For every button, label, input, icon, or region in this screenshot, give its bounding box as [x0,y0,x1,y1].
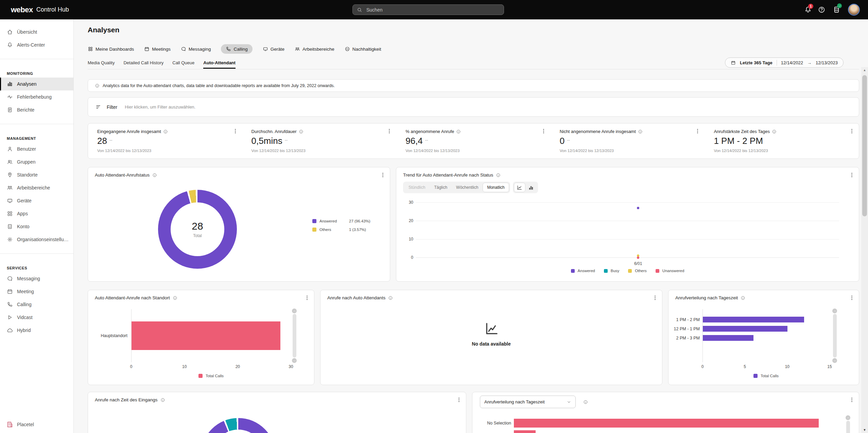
kpi-value: 28-- [97,136,237,146]
x-tick-label: 6/01 [634,261,642,266]
legend-swatch [571,269,575,273]
legend: Total Calls [131,374,291,378]
sidebar-item-fehlerbehebung[interactable]: Fehlerbehebung [0,90,73,103]
pulse-icon [7,94,13,100]
subtab-call-queue[interactable]: Call Queue [172,60,194,69]
sidebar-item-messaging[interactable]: Messaging [0,272,73,285]
sidebar-item-bersicht[interactable]: Übersicht [0,26,73,38]
tab-nachhaltigkeit[interactable]: Nachhaltigkeit [345,44,381,54]
filter-icon [96,104,101,110]
scrollbar-up-arrow[interactable]: ▲ [861,68,868,72]
kebab-menu-icon[interactable] [695,128,700,134]
sidebar-item-konto[interactable]: Konto [0,220,73,233]
global-search[interactable] [352,4,504,15]
notifications-button[interactable]: 1 [804,6,812,14]
info-icon[interactable] [152,173,157,178]
location-icon [7,172,13,178]
category-label: Hauptstandort [93,333,127,338]
scroll-down-icon[interactable] [832,358,837,363]
kpi-value: 96,4-- [405,136,545,146]
sidebar-item-calling[interactable]: Calling [0,298,73,311]
kebab-menu-icon[interactable] [652,295,658,301]
tab-messaging[interactable]: Messaging [181,44,211,54]
kebab-menu-icon[interactable] [380,172,386,178]
sidebar-item-placetel[interactable]: Placetel [6,421,34,428]
subtab-auto-attendant[interactable]: Auto-Attendant [203,60,236,69]
sidebar-item-benutzer[interactable]: Benutzer [0,143,73,155]
whats-new-button[interactable] [833,6,840,14]
donut-total-value: 28 [192,220,203,232]
kebab-menu-icon[interactable] [541,128,546,134]
kpi-card: Durchschn. Anrufdauer 0,5mins-- Von 12/1… [242,123,397,159]
page-scrollbar: ▲ ▼ [861,67,868,433]
axis-labels: 1 PM - 2 PM12 PM - 1 PM2 PM - 3 PM [669,290,859,385]
card-distribution: Anrufverteilung nach Tageszeit No Select… [472,392,859,433]
filter-bar[interactable]: Filter Hier klicken, um Filter auszuwähl… [88,97,859,117]
tab-ger-te[interactable]: Geräte [263,44,284,54]
scroll-up-icon[interactable] [832,309,837,313]
info-icon[interactable] [638,129,643,134]
scroll-up-icon[interactable] [292,309,297,313]
scrollbar-down-arrow[interactable]: ▼ [861,428,868,432]
tab-calling[interactable]: Calling [221,44,252,54]
sidebar-item-analysen[interactable]: Analysen [0,78,73,90]
sidebar-item-gruppen[interactable]: Gruppen [0,155,73,168]
sidebar-item-alerts-center[interactable]: Alerts-Center [0,38,73,51]
scroll-down-icon[interactable] [292,358,297,363]
kebab-menu-icon[interactable] [232,128,238,134]
kpi-caption: Von 12/14/2022 bis 12/13/2023 [405,149,545,153]
calendar-icon [144,46,150,52]
card-by-location: Auto Attendant-Anrufe nach Standort Haup… [88,290,314,385]
phone-icon [7,301,13,307]
legend-item: Unanswered [656,269,684,273]
info-icon[interactable] [163,129,168,134]
sustainability-icon [345,46,350,52]
avatar[interactable] [848,4,860,16]
help-button[interactable] [818,6,826,14]
x-tick-label: 10 [785,364,789,369]
subtab-media-quality[interactable]: Media Quality [88,60,115,69]
info-icon[interactable] [388,296,393,300]
axis-labels: No Selection [472,392,859,433]
kebab-menu-icon[interactable] [456,397,462,403]
legend-swatch [753,374,758,378]
legend-item: Busy [604,269,620,273]
sidebar-item-hybrid[interactable]: Hybrid [0,324,73,337]
sidebar-item-apps[interactable]: Apps [0,207,73,220]
chart-scrollbar[interactable] [832,309,837,363]
y-tick-label: 30 [402,200,413,205]
tab-meetings[interactable]: Meetings [144,44,171,54]
report-icon [7,107,13,113]
kpi-title: Eingegangene Anrufe insgesamt [97,129,161,134]
chart-scrollbar[interactable] [846,415,850,433]
x-tick-label: 10 [182,364,187,369]
sidebar-item-vidcast[interactable]: Vidcast [0,311,73,324]
filter-placeholder: Hier klicken, um Filter auszuwählen. [125,104,195,110]
sidebar-item-ger-te[interactable]: Geräte [0,194,73,207]
search-input[interactable] [366,7,500,13]
sidebar-item-meeting[interactable]: Meeting [0,285,73,298]
legend: Answered Busy Others Unanswered [416,269,839,273]
kebab-menu-icon[interactable] [849,128,855,134]
kpi-value: 1 PM - 2 PM [714,136,853,146]
sidebar-item-organisationseinstellun[interactable]: Organisationseinstellun... [0,233,73,246]
scroll-up-icon[interactable] [846,415,850,420]
info-icon[interactable] [160,398,165,402]
sidebar-item-standorte[interactable]: Standorte [0,168,73,181]
info-icon[interactable] [772,129,777,134]
subtab-detailed-call-history[interactable]: Detailed Call History [123,60,163,69]
chart-scrollbar[interactable] [292,309,297,363]
sidebar-item-arbeitsbereiche[interactable]: Arbeitsbereiche [0,181,73,194]
scrollbar-thumb[interactable] [862,75,867,216]
legend: Answered 27 (96.43%) Others 1 (3.57%) [312,219,370,232]
category-label: No Selection [476,421,511,426]
info-icon[interactable] [299,129,303,134]
date-range-picker[interactable]: Letzte 365 Tage 12/14/2022 → 12/13/2023 [725,57,844,68]
tab-arbeitsbereiche[interactable]: Arbeitsbereiche [295,44,334,54]
kebab-menu-icon[interactable] [386,128,392,134]
sidebar-item-berichte[interactable]: Berichte [0,103,73,116]
info-icon[interactable] [456,129,461,134]
tab-meine-dashboards[interactable]: Meine Dashboards [88,44,134,54]
notification-badge: 1 [808,4,813,9]
search-icon [357,7,362,13]
